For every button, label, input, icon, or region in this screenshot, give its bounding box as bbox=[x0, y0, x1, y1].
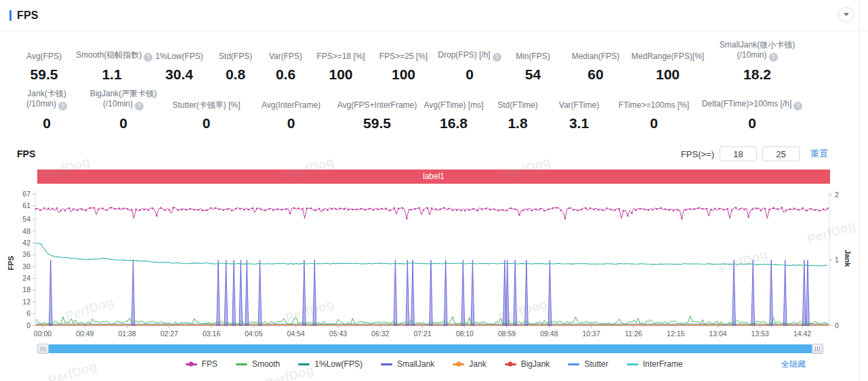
legend-label: Stutter bbox=[584, 359, 608, 369]
chart-range-scrollbar bbox=[37, 344, 823, 354]
legend-swatch bbox=[381, 363, 392, 365]
svg-text:61: 61 bbox=[22, 201, 30, 209]
metric-cell: FPS>=18 [%]? ? 100 bbox=[311, 40, 371, 83]
legend-item-fps[interactable]: FPS bbox=[186, 359, 218, 369]
legend-label: 1%Low(FPS) bbox=[314, 359, 363, 369]
legend-label: Smooth bbox=[252, 359, 280, 369]
metric-label: Avg(InterFrame)? ? bbox=[247, 89, 335, 111]
svg-text:00:00: 00:00 bbox=[34, 329, 51, 338]
metric-label: FTime>=100ms [%]? ? bbox=[611, 89, 697, 111]
svg-text:67: 67 bbox=[22, 190, 30, 198]
legend-swatch bbox=[568, 363, 579, 365]
chart-section-title: FPS bbox=[17, 148, 35, 159]
fps-threshold-label: FPS(>=) bbox=[681, 149, 714, 159]
svg-text:6: 6 bbox=[26, 309, 30, 317]
metric-label: 1%Low(FPS)? ? bbox=[148, 40, 211, 62]
fps-threshold-high-input[interactable] bbox=[762, 146, 800, 161]
svg-text:08:10: 08:10 bbox=[456, 329, 474, 338]
fps-chart[interactable]: 6761544842363024181260210FPSJank00:0000:… bbox=[0, 185, 868, 341]
svg-text:04:05: 04:05 bbox=[245, 329, 262, 338]
help-icon[interactable]: ? bbox=[135, 102, 144, 111]
svg-text:12: 12 bbox=[22, 298, 30, 306]
svg-text:0: 0 bbox=[835, 321, 839, 329]
fps-panel: FPS Avg(FPS)? ? 59.5 Smooth(稳帧指数)? ? 1.1… bbox=[0, 0, 868, 381]
metric-cell: Avg(InterFrame)? ? 0 bbox=[247, 89, 335, 132]
metric-value: 3.1 bbox=[547, 115, 611, 132]
legend-label: FPS bbox=[202, 359, 218, 369]
range-handle-right[interactable] bbox=[812, 344, 823, 354]
metric-label: Std(FTime)? ? bbox=[488, 89, 547, 111]
legend-item-interframe[interactable]: InterFrame bbox=[627, 359, 683, 369]
legend-item-smalljank[interactable]: SmallJank bbox=[381, 359, 434, 369]
metric-label: Smooth(稳帧指数)? ? bbox=[76, 40, 148, 62]
chart-header: FPS FPS(>=) 重置 bbox=[0, 145, 868, 163]
metric-value: 100 bbox=[628, 66, 707, 83]
metric-cell: Median(FPS)? ? 60 bbox=[563, 40, 628, 83]
metric-cell: Drop(FPS) [/h]? ? 0 bbox=[436, 40, 503, 83]
legend-item-1-low-fps-[interactable]: 1%Low(FPS) bbox=[298, 359, 363, 369]
metric-value: 100 bbox=[311, 66, 371, 83]
metric-label: FPS>=18 [%]? ? bbox=[311, 40, 371, 62]
metric-value: 54 bbox=[503, 66, 563, 83]
metric-cell: Var(FPS)? ? 0.6 bbox=[260, 40, 311, 83]
metric-label: Jank(卡顿)? (/10min)? bbox=[12, 89, 81, 111]
metric-cell: Std(FTime)? ? 1.8 bbox=[488, 89, 547, 132]
metric-value: 1.1 bbox=[76, 66, 148, 83]
hide-all-link[interactable]: 全隐藏 bbox=[781, 359, 806, 370]
panel-right-divider bbox=[859, 0, 860, 381]
metric-value: 0 bbox=[436, 66, 503, 83]
metric-label: MedRange(FPS)[%]? ? bbox=[628, 40, 707, 62]
metric-cell: BigJank(严重卡顿)? (/10min)? 0 bbox=[81, 89, 165, 132]
reset-link[interactable]: 重置 bbox=[810, 148, 828, 160]
legend-item-stutter[interactable]: Stutter bbox=[568, 359, 608, 369]
chart-area[interactable]: 6761544842363024181260210FPSJank00:0000:… bbox=[0, 185, 868, 344]
metric-label: Min(FPS)? ? bbox=[503, 40, 563, 62]
metric-label: Avg(FTime) [ms]? ? bbox=[419, 89, 488, 111]
range-handle-left[interactable] bbox=[37, 344, 49, 354]
legend-item-jank[interactable]: Jank bbox=[453, 359, 486, 369]
chevron-down-icon bbox=[844, 13, 849, 16]
label-banner: label1 bbox=[37, 169, 830, 184]
svg-text:02:27: 02:27 bbox=[161, 329, 178, 338]
collapse-button[interactable] bbox=[838, 7, 854, 22]
metric-value: 0 bbox=[611, 115, 697, 132]
metric-value: 0 bbox=[247, 115, 335, 132]
range-track[interactable] bbox=[49, 344, 812, 353]
legend-label: BigJank bbox=[521, 359, 550, 369]
svg-text:14:42: 14:42 bbox=[793, 329, 811, 338]
metric-label: BigJank(严重卡顿)? (/10min)? bbox=[81, 89, 165, 111]
help-icon[interactable]: ? bbox=[58, 102, 67, 111]
chart-legend: FPSSmooth1%Low(FPS)SmallJankJankBigJankS… bbox=[0, 358, 868, 370]
svg-text:08:59: 08:59 bbox=[498, 329, 516, 338]
help-icon[interactable]: ? bbox=[769, 53, 778, 62]
metric-value: 0 bbox=[12, 115, 81, 132]
panel-header: FPS bbox=[0, 0, 868, 31]
metric-label: Median(FPS)? ? bbox=[563, 40, 628, 62]
svg-text:42: 42 bbox=[22, 239, 30, 247]
svg-text:24: 24 bbox=[22, 274, 30, 282]
metric-value: 59.5 bbox=[12, 66, 76, 83]
svg-text:0: 0 bbox=[26, 321, 30, 329]
metric-value: 0.6 bbox=[260, 66, 311, 83]
help-icon[interactable]: ? bbox=[493, 53, 501, 62]
svg-text:04:54: 04:54 bbox=[287, 329, 305, 338]
svg-text:30: 30 bbox=[22, 262, 30, 270]
metric-value: 1.8 bbox=[488, 115, 547, 132]
metric-label: Avg(FPS+InterFrame)? ? bbox=[335, 89, 419, 111]
legend-swatch bbox=[627, 363, 638, 365]
metric-cell: FTime>=100ms [%]? ? 0 bbox=[611, 89, 697, 132]
metric-value: 100 bbox=[371, 66, 436, 83]
svg-text:06:32: 06:32 bbox=[371, 329, 389, 338]
metric-cell: Min(FPS)? ? 54 bbox=[503, 40, 563, 83]
legend-item-bigjank[interactable]: BigJank bbox=[505, 359, 550, 369]
metric-cell: Delta(FTime)>100ms [/h]? ? 0 bbox=[697, 89, 807, 132]
help-icon[interactable]: ? bbox=[793, 102, 802, 111]
fps-threshold-low-input[interactable] bbox=[720, 146, 757, 161]
metric-cell: Jank(卡顿)? (/10min)? 0 bbox=[12, 89, 81, 132]
metric-value: 59.5 bbox=[335, 115, 419, 132]
svg-text:03:16: 03:16 bbox=[203, 329, 220, 338]
legend-item-smooth[interactable]: Smooth bbox=[236, 359, 280, 369]
metric-label: SmallJank(微小卡顿)? (/10min)? bbox=[707, 40, 807, 62]
metric-value: 16.8 bbox=[419, 115, 488, 132]
svg-text:09:48: 09:48 bbox=[540, 329, 558, 338]
